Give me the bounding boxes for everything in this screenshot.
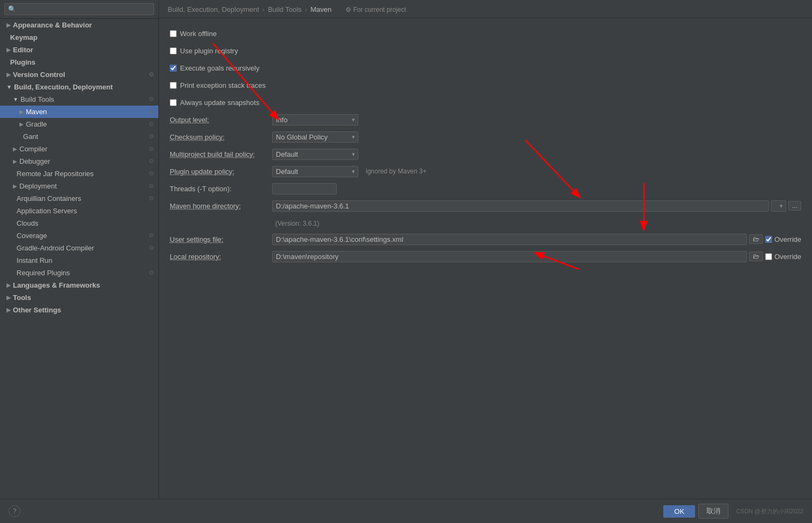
user-settings-row: User settings file: 🗁 Override bbox=[170, 233, 801, 246]
sidebar-item-deployment[interactable]: ▶ Deployment ⚙ bbox=[0, 180, 158, 192]
user-settings-input[interactable] bbox=[272, 234, 747, 245]
settings-icon: ⚙ bbox=[149, 170, 154, 177]
arrow-icon: ▶ bbox=[6, 282, 11, 288]
bottom-right: OK 取消 CSDN @努力的小闰2022 bbox=[663, 504, 803, 519]
sidebar-item-clouds[interactable]: Clouds bbox=[0, 217, 158, 229]
sidebar-item-maven[interactable]: ▶ Maven ⚙ bbox=[0, 106, 158, 118]
sidebar-item-label: Keymap bbox=[10, 33, 38, 41]
sidebar-item-label: Arquillian Containers bbox=[17, 194, 81, 203]
multiproject-policy-label: Multiproject build fail policy: bbox=[170, 150, 272, 158]
sidebar-item-gradle[interactable]: ▶ Gradle ⚙ bbox=[0, 118, 158, 130]
threads-input[interactable] bbox=[272, 183, 337, 194]
sidebar-item-languages[interactable]: ▶ Languages & Frameworks bbox=[0, 279, 158, 291]
settings-icon: ⚙ bbox=[149, 232, 154, 239]
settings-icon: ⚙ bbox=[149, 158, 154, 165]
sidebar-item-label: Clouds bbox=[17, 219, 38, 227]
sidebar-item-editor[interactable]: ▶ Editor bbox=[0, 44, 158, 56]
user-settings-label: User settings file: bbox=[170, 235, 272, 243]
sidebar-item-instant-run[interactable]: Instant Run bbox=[0, 254, 158, 267]
sidebar-item-tools[interactable]: ▶ Tools bbox=[0, 291, 158, 304]
sidebar-search-container bbox=[0, 0, 158, 19]
execute-goals-label[interactable]: Execute goals recursively bbox=[170, 64, 259, 72]
print-exception-text: Print exception stack traces bbox=[180, 81, 266, 89]
arrow-icon bbox=[19, 134, 21, 140]
user-settings-override-label: Override bbox=[774, 235, 801, 243]
multiproject-policy-dropdown-wrapper: Default Never After At End Always bbox=[272, 149, 358, 160]
user-settings-browse-button[interactable]: 🗁 bbox=[749, 234, 763, 244]
execute-goals-checkbox[interactable] bbox=[170, 65, 177, 72]
maven-version-text: (Version: 3.6.1) bbox=[275, 220, 319, 227]
user-settings-override-checkbox[interactable] bbox=[765, 236, 772, 243]
local-repo-override-checkbox[interactable] bbox=[765, 253, 772, 260]
settings-icon: ⚙ bbox=[149, 133, 154, 140]
sidebar-item-label: Instant Run bbox=[17, 256, 53, 264]
sidebar-item-version-control[interactable]: ▶ Version Control ⚙ bbox=[0, 68, 158, 81]
sidebar-item-debugger[interactable]: ▶ Debugger ⚙ bbox=[0, 155, 158, 168]
work-offline-checkbox[interactable] bbox=[170, 30, 177, 37]
sidebar-item-appearance[interactable]: ▶ Appearance & Behavior bbox=[0, 19, 158, 31]
print-exception-checkbox[interactable] bbox=[170, 82, 177, 89]
plugin-update-policy-label: Plugin update policy: bbox=[170, 168, 272, 176]
sidebar-item-keymap[interactable]: Keymap bbox=[0, 31, 158, 44]
plugin-update-policy-select[interactable]: Default Always Never bbox=[272, 166, 358, 177]
print-exception-row: Print exception stack traces bbox=[170, 79, 801, 92]
sidebar-item-label: Languages & Frameworks bbox=[13, 281, 100, 289]
ok-button[interactable]: OK bbox=[663, 505, 695, 518]
use-plugin-registry-label[interactable]: Use plugin registry bbox=[170, 47, 238, 55]
sidebar-item-gant[interactable]: Gant ⚙ bbox=[0, 130, 158, 143]
sidebar-item-plugins[interactable]: Plugins bbox=[0, 56, 158, 68]
sidebar-item-build-tools[interactable]: ▼ Build Tools ⚙ bbox=[0, 93, 158, 106]
maven-home-input[interactable] bbox=[272, 200, 769, 212]
local-repo-input[interactable] bbox=[272, 251, 747, 262]
local-repo-path-row: 🗁 Override bbox=[272, 251, 801, 262]
sidebar-item-label: Application Servers bbox=[17, 207, 77, 215]
sidebar-item-label: Editor bbox=[13, 46, 33, 54]
sidebar-item-required-plugins[interactable]: Required Plugins ⚙ bbox=[0, 267, 158, 279]
execute-goals-row: Execute goals recursively bbox=[170, 61, 801, 74]
search-input[interactable] bbox=[4, 3, 154, 15]
arrow-icon bbox=[6, 34, 8, 40]
multiproject-policy-select[interactable]: Default Never After At End Always bbox=[272, 149, 358, 160]
arrow-icon: ▶ bbox=[13, 183, 17, 189]
local-repo-override: Override bbox=[765, 253, 801, 261]
maven-home-row: Maven home directory: ... bbox=[170, 199, 801, 212]
arrow-icon bbox=[13, 270, 15, 276]
threads-row: Threads (-T option): bbox=[170, 182, 801, 195]
maven-home-browse-button[interactable]: ... bbox=[788, 201, 801, 211]
use-plugin-registry-checkbox[interactable] bbox=[170, 47, 177, 54]
maven-home-path-row: ... bbox=[272, 200, 801, 212]
always-update-label[interactable]: Always update snapshots bbox=[170, 99, 259, 107]
threads-label: Threads (-T option): bbox=[170, 185, 272, 193]
sidebar: ▶ Appearance & Behavior Keymap ▶ Editor … bbox=[0, 0, 159, 499]
cancel-button[interactable]: 取消 bbox=[698, 504, 728, 519]
arrow-icon: ▶ bbox=[6, 47, 11, 53]
maven-home-dropdown[interactable] bbox=[771, 200, 786, 212]
work-offline-label[interactable]: Work offline bbox=[170, 30, 217, 38]
sidebar-item-label: Version Control bbox=[13, 71, 65, 79]
local-repo-browse-button[interactable]: 🗁 bbox=[749, 252, 763, 261]
sidebar-item-gradle-android[interactable]: Gradle-Android Compiler ⚙ bbox=[0, 242, 158, 254]
sidebar-item-app-servers[interactable]: Application Servers bbox=[0, 205, 158, 217]
arrow-icon: ▶ bbox=[13, 158, 17, 164]
output-level-select[interactable]: Info Debug Warn Error bbox=[272, 114, 358, 125]
sidebar-item-arquillian[interactable]: Arquillian Containers ⚙ bbox=[0, 192, 158, 205]
settings-icon: ⚙ bbox=[149, 71, 154, 78]
sidebar-item-coverage[interactable]: Coverage ⚙ bbox=[0, 229, 158, 242]
arrow-icon: ▼ bbox=[6, 84, 12, 90]
sidebar-item-other-settings[interactable]: ▶ Other Settings bbox=[0, 304, 158, 316]
checksum-policy-select[interactable]: No Global Policy Ignore Warn Fail bbox=[272, 131, 358, 143]
help-button[interactable]: ? bbox=[9, 505, 20, 517]
sidebar-item-build-exec-deploy[interactable]: ▼ Build, Execution, Deployment bbox=[0, 81, 158, 93]
settings-icon: ⚙ bbox=[149, 183, 154, 190]
use-plugin-registry-text: Use plugin registry bbox=[180, 47, 238, 55]
checksum-policy-row: Checksum policy: No Global Policy Ignore… bbox=[170, 130, 801, 143]
sidebar-item-compiler[interactable]: ▶ Compiler ⚙ bbox=[0, 143, 158, 155]
print-exception-label[interactable]: Print exception stack traces bbox=[170, 81, 266, 89]
sidebar-item-remote-jar[interactable]: Remote Jar Repositories ⚙ bbox=[0, 168, 158, 180]
sidebar-item-label: Required Plugins bbox=[17, 269, 70, 277]
always-update-checkbox[interactable] bbox=[170, 99, 177, 106]
always-update-text: Always update snapshots bbox=[180, 99, 259, 107]
sidebar-item-label: Other Settings bbox=[13, 306, 61, 314]
user-settings-override: Override bbox=[765, 235, 801, 243]
output-level-dropdown-wrapper: Info Debug Warn Error bbox=[272, 114, 358, 125]
